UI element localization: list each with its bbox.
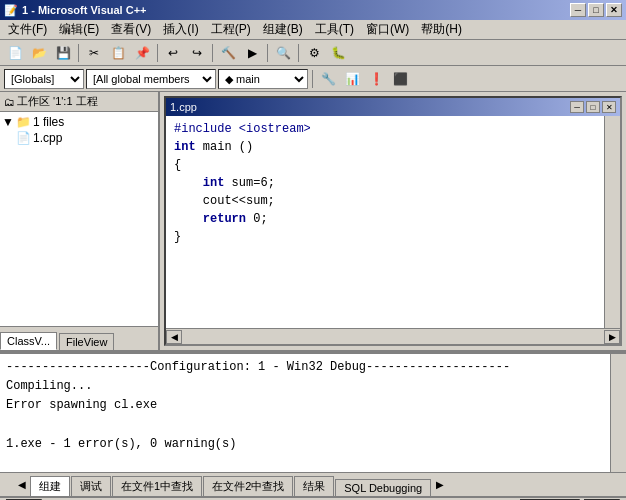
output-row: --------------------Configuration: 1 - W… [0,354,626,472]
classview-tab[interactable]: ClassV... [0,332,57,350]
sep1 [78,44,79,62]
tab-build-label: 组建 [39,480,61,492]
output-content: --------------------Configuration: 1 - W… [0,354,610,472]
code-window: 1.cpp ─ □ ✕ #include <iostream> int main… [164,96,622,346]
members-combo[interactable]: [All global members [86,69,216,89]
left-panel-tabs: ClassV... FileView [0,326,158,350]
main-area: 🗂 工作区 '1':1 工程 ▼ 📁 1 files 📄 1.cpp Class… [0,92,626,352]
left-panel-header: 🗂 工作区 '1':1 工程 [0,92,158,112]
tab-sql-label: SQL Debugging [344,482,422,494]
code-vscrollbar[interactable] [604,116,620,328]
toolbar-btn-c[interactable]: ❗ [365,68,387,90]
toolbar-1: 📄 📂 💾 ✂ 📋 📌 ↩ ↪ 🔨 ▶ 🔍 ⚙ 🐛 [0,40,626,66]
new-btn[interactable]: 📄 [4,42,26,64]
tab-results-label: 结果 [303,480,325,492]
menu-insert[interactable]: 插入(I) [157,19,204,40]
compile-btn[interactable]: 🔨 [217,42,239,64]
undo-btn[interactable]: ↩ [162,42,184,64]
cut-btn[interactable]: ✂ [83,42,105,64]
tab-find2[interactable]: 在文件2中查找 [203,476,293,496]
title-bar-left: 📝 1 - Microsoft Visual C++ [4,4,147,17]
tab-find2-label: 在文件2中查找 [212,480,284,492]
tree-folder-label: 1 files [33,115,64,129]
toolbar-btn-b[interactable]: 📊 [341,68,363,90]
tab-debug[interactable]: 调试 [71,476,111,496]
fileview-tab[interactable]: FileView [59,333,114,350]
main-combo[interactable]: ◆ main [218,69,308,89]
tab-prev-btn[interactable]: ◀ [14,474,30,494]
find-icon[interactable]: 🔍 [272,42,294,64]
sep5 [298,44,299,62]
fileview-label: FileView [66,336,107,348]
toolbar-2: [Globals] [All global members ◆ main 🔧 📊… [0,66,626,92]
title-bar: 📝 1 - Microsoft Visual C++ ─ □ ✕ [0,0,626,20]
hscroll-track [182,330,604,344]
code-max-btn[interactable]: □ [586,101,600,113]
tree-file[interactable]: 📄 1.cpp [16,130,156,146]
tab-find1-label: 在文件1中查找 [121,480,193,492]
menu-edit[interactable]: 编辑(E) [53,19,105,40]
menu-bar: 文件(F) 编辑(E) 查看(V) 插入(I) 工程(P) 组建(B) 工具(T… [0,20,626,40]
workspace-title: 工作区 '1':1 工程 [17,94,98,109]
debug-btn[interactable]: 🐛 [327,42,349,64]
menu-file[interactable]: 文件(F) [2,19,53,40]
app-icon: 📝 [4,4,18,17]
tab-build[interactable]: 组建 [30,476,70,496]
save-btn[interactable]: 💾 [52,42,74,64]
menu-project[interactable]: 工程(P) [205,19,257,40]
code-area: 1.cpp ─ □ ✕ #include <iostream> int main… [160,92,626,350]
hscroll-right[interactable]: ▶ [604,330,620,344]
paste-btn[interactable]: 📌 [131,42,153,64]
workspace-icon: 🗂 [4,96,15,108]
file-icon: 📄 [16,131,31,145]
left-panel: 🗂 工作区 '1':1 工程 ▼ 📁 1 files 📄 1.cpp Class… [0,92,160,350]
file-tree: ▼ 📁 1 files 📄 1.cpp [0,112,158,326]
code-min-btn[interactable]: ─ [570,101,584,113]
title-bar-text: 1 - Microsoft Visual C++ [22,4,147,16]
code-hscrollbar[interactable]: ◀ ▶ [166,328,620,344]
open-btn[interactable]: 📂 [28,42,50,64]
globals-combo[interactable]: [Globals] [4,69,84,89]
menu-build[interactable]: 组建(B) [257,19,309,40]
code-filename: 1.cpp [170,101,197,113]
tab-debug-label: 调试 [80,480,102,492]
toolbar-btn-d[interactable]: ⬛ [389,68,411,90]
code-editor[interactable]: #include <iostream> int main () { int su… [166,116,604,328]
sep2 [157,44,158,62]
tab-next-btn[interactable]: ▶ [432,474,448,494]
tree-folder-icon: 📁 [16,115,31,129]
code-close-btn[interactable]: ✕ [602,101,616,113]
tab-results[interactable]: 结果 [294,476,334,496]
status-bar: 就绪 行 6, 列 1 读取 [0,496,626,500]
menu-tools[interactable]: 工具(T) [309,19,360,40]
tree-root[interactable]: ▼ 📁 1 files [2,114,156,130]
run-btn[interactable]: ▶ [241,42,263,64]
menu-help[interactable]: 帮助(H) [415,19,468,40]
sep3 [212,44,213,62]
menu-window[interactable]: 窗口(W) [360,19,415,40]
hscroll-left[interactable]: ◀ [166,330,182,344]
file-label: 1.cpp [33,131,62,145]
toolbar-btn-a[interactable]: 🔧 [317,68,339,90]
tab-find1[interactable]: 在文件1中查找 [112,476,202,496]
title-bar-controls: ─ □ ✕ [570,3,622,17]
maximize-button[interactable]: □ [588,3,604,17]
code-window-btns: ─ □ ✕ [570,101,616,113]
redo-btn[interactable]: ↪ [186,42,208,64]
tab-sql[interactable]: SQL Debugging [335,479,431,496]
code-window-title: 1.cpp ─ □ ✕ [166,98,620,116]
sep6 [312,70,313,88]
tree-expand-icon: ▼ [2,115,14,129]
minimize-button[interactable]: ─ [570,3,586,17]
output-panel: --------------------Configuration: 1 - W… [0,352,626,472]
copy-btn[interactable]: 📋 [107,42,129,64]
config-btn[interactable]: ⚙ [303,42,325,64]
sep4 [267,44,268,62]
classview-label: ClassV... [7,335,50,347]
close-button[interactable]: ✕ [606,3,622,17]
bottom-tabs: ◀ 组建 调试 在文件1中查找 在文件2中查找 结果 SQL Debugging… [0,472,626,496]
menu-view[interactable]: 查看(V) [105,19,157,40]
output-vscrollbar[interactable] [610,354,626,472]
